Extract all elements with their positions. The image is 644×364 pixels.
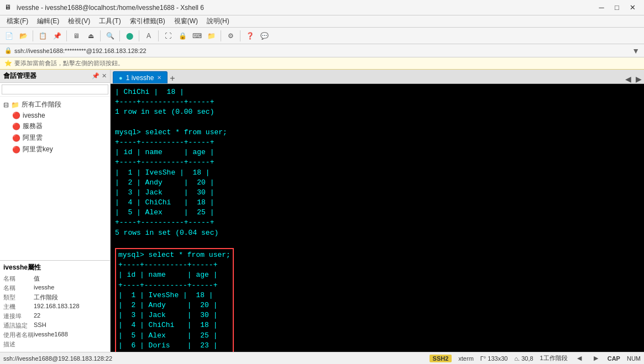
menu-tools[interactable]: 工具(T) (95, 15, 125, 27)
toolbar-sep-1 (33, 30, 33, 41)
prop-val-name: 值 (34, 275, 40, 283)
help-btn[interactable]: ❓ (243, 29, 256, 43)
prop-val-name2: ivesshe (34, 284, 54, 292)
close-button[interactable]: ✕ (625, 2, 640, 13)
prop-val-type: 工作階段 (34, 293, 58, 302)
prop-val-user: ivesshe1688 (34, 331, 68, 339)
status-nav-next[interactable]: ▶ (591, 354, 601, 363)
tab-nav-prev[interactable]: ◀ (623, 75, 633, 83)
title-text: ivesshe - ivesshe1688@localhost:/home/iv… (17, 4, 594, 12)
address-dropdown-icon[interactable]: ▼ (632, 46, 640, 55)
status-char-code: ⌂. 30,8 (514, 355, 533, 362)
tree-item-ivesshe[interactable]: 🔴 ivesshe (0, 110, 110, 120)
open-btn[interactable]: 📂 (17, 29, 30, 43)
main-layout: 會話管理器 📌 ✕ ⊟ 📁 所有工作階段 🔴 ivesshe 🔴 服務器 (0, 70, 644, 352)
prop-row-name-label: 名稱 值 (3, 275, 107, 283)
status-workspace: 1工作階段 (540, 354, 568, 362)
toolbar: 📄 📂 📋 📌 🖥 ⏏ 🔍 ⬤ A ⛶ 🔒 ⌨ 📁 ⚙ ❓ 💬 (0, 28, 644, 44)
toolbar-sep-4 (119, 30, 120, 41)
toolbar-sep-5 (139, 30, 139, 41)
cap-indicator: CAP (608, 355, 620, 362)
connect-btn[interactable]: 🖥 (70, 29, 83, 43)
prop-row-user: 使用者名稱 ivesshe1688 (3, 331, 107, 339)
minimize-button[interactable]: ─ (594, 2, 609, 13)
server-icon-server: 🔴 (12, 123, 20, 130)
new-session-btn[interactable]: 📄 (2, 29, 15, 43)
properties-panel: ivesshe屬性 名稱 值 名稱 ivesshe 類型 工作階段 主機 192… (0, 260, 110, 352)
menu-tabs[interactable]: 索引標籤(B) (125, 15, 170, 27)
sidebar-header: 會話管理器 📌 ✕ (0, 70, 110, 83)
disconnect-btn[interactable]: ⏏ (84, 29, 97, 43)
folder-icon: 📁 (11, 101, 19, 109)
prop-row-proto: 通訊協定 SSH (3, 321, 107, 330)
terminal[interactable]: | ChiChi | 18 | +----+----------+-----+ … (111, 84, 644, 352)
info-text: 要添加當前會話，點擊左側的箭頭按鈕。 (14, 59, 124, 67)
menu-edit[interactable]: 編輯(E) (33, 15, 64, 27)
color-btn[interactable]: ⬤ (123, 29, 136, 43)
prop-row-type: 類型 工作階段 (3, 293, 107, 302)
prop-row-desc: 描述 (3, 340, 107, 349)
right-panel: ● 1 ivesshe ✕ + ◀ ▶ | ChiChi | 18 | +---… (111, 70, 644, 352)
settings-btn[interactable]: ⚙ (224, 29, 237, 43)
tree-item-aliyun-key[interactable]: 🔴 阿里雲key (0, 144, 110, 155)
keyboard-btn[interactable]: ⌨ (190, 29, 203, 43)
tree-item-all-sessions[interactable]: ⊟ 📁 所有工作階段 (0, 99, 110, 110)
prop-key-proto: 通訊協定 (3, 321, 34, 330)
menu-view[interactable]: 檢視(V) (64, 15, 95, 27)
tree-label-all: 所有工作階段 (22, 100, 61, 109)
font-btn[interactable]: A (142, 29, 155, 43)
prop-key-type: 類型 (3, 293, 34, 302)
find-btn[interactable]: 🔍 (103, 29, 117, 43)
tab-nav-next[interactable]: ▶ (633, 75, 644, 83)
sidebar: 會話管理器 📌 ✕ ⊟ 📁 所有工作階段 🔴 ivesshe 🔴 服務器 (0, 70, 111, 352)
prop-key-desc: 描述 (3, 340, 34, 349)
status-right: SSH2 xterm Γ° 133x30 ⌂. 30,8 1工作階段 ◀ ▶ C… (430, 354, 641, 363)
menu-help[interactable]: 說明(H) (202, 15, 234, 27)
sidebar-search (0, 83, 110, 97)
tab-close-btn[interactable]: ✕ (157, 75, 161, 81)
terminal-before-content: | ChiChi | 18 | +----+----------+-----+ … (115, 88, 227, 237)
server-icon-aliyun-key: 🔴 (12, 146, 20, 154)
maximize-button[interactable]: □ (610, 2, 624, 13)
sidebar-pin-btn[interactable]: 📌 (92, 72, 100, 80)
status-xterm: xterm (458, 355, 474, 362)
fullscreen-btn[interactable]: ⛶ (161, 29, 175, 43)
tree-label-ivesshe: ivesshe (23, 112, 45, 119)
prop-key-port: 連接埠 (3, 312, 34, 320)
tab-bar: ● 1 ivesshe ✕ + ◀ ▶ (111, 70, 644, 84)
tab-nav-right: ◀ ▶ (623, 75, 644, 83)
toolbar-sep-8 (240, 30, 240, 41)
app-icon: 🖥 (4, 3, 13, 12)
status-bar: ssh://ivesshe1688@192.168.183.128:22 SSH… (0, 352, 644, 364)
server-icon-aliyun: 🔴 (12, 134, 20, 142)
prop-key-host: 主機 (3, 303, 34, 311)
prop-row-name: 名稱 ivesshe (3, 284, 107, 292)
menu-bar: 檔案(F) 編輯(E) 檢視(V) 工具(T) 索引標籤(B) 視窗(W) 說明… (0, 15, 644, 28)
status-connection: ssh://ivesshe1688@192.168.183.128:22 (3, 355, 430, 362)
prop-val-port: 22 (34, 312, 40, 320)
sidebar-close-btn[interactable]: ✕ (102, 72, 107, 80)
transfer-btn[interactable]: 📁 (205, 29, 218, 43)
address-text: ssh://ivesshe1688:*********@192.168.183.… (14, 48, 146, 54)
tab-ivesshe[interactable]: ● 1 ivesshe ✕ (113, 71, 167, 83)
tree-item-server[interactable]: 🔴 服務器 (0, 120, 110, 132)
tree-label-aliyun-key: 阿里雲key (23, 145, 53, 154)
prop-val-proto: SSH (34, 321, 46, 330)
status-nav-prev[interactable]: ◀ (574, 354, 584, 363)
paste-btn[interactable]: 📌 (50, 29, 64, 43)
expand-icon: ⊟ (3, 101, 9, 109)
prop-key-name2: 名稱 (3, 284, 34, 292)
terminal-wrapper[interactable]: | ChiChi | 18 | +----+----------+-----+ … (111, 84, 644, 352)
copy-btn[interactable]: 📋 (36, 29, 49, 43)
prop-row-host: 主機 192.168.183.128 (3, 303, 107, 311)
chat-btn[interactable]: 💬 (258, 29, 271, 43)
prop-table: 名稱 值 名稱 ivesshe 類型 工作階段 主機 192.168.183.1… (3, 275, 107, 349)
menu-file[interactable]: 檔案(F) (2, 15, 33, 27)
sidebar-search-input[interactable] (2, 85, 108, 94)
num-indicator: NUM (627, 355, 641, 362)
menu-window[interactable]: 視窗(W) (170, 15, 202, 27)
tab-add-btn[interactable]: + (170, 73, 175, 83)
lock-btn[interactable]: 🔒 (176, 29, 189, 43)
tree-item-aliyun[interactable]: 🔴 阿里雲 (0, 132, 110, 144)
server-icon-ivesshe: 🔴 (12, 112, 20, 119)
